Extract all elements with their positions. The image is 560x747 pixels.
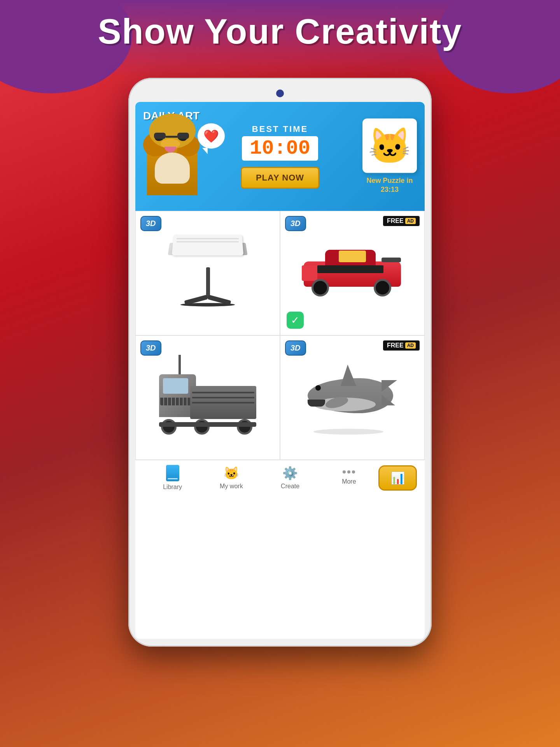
truck-wheel-1 bbox=[161, 419, 177, 435]
library-icon-line bbox=[168, 478, 178, 479]
grid-item-keyboard-stand[interactable]: 3D bbox=[135, 211, 280, 335]
tablet-screen: DAILY ART bbox=[135, 102, 425, 639]
shark-mouth bbox=[308, 400, 325, 407]
ad-text-4: AD bbox=[405, 342, 416, 349]
sheet-line-2 bbox=[177, 241, 239, 242]
hero-title: Show Your Creativity bbox=[0, 12, 560, 52]
free-ad-badge-2: FREE AD bbox=[383, 216, 420, 226]
badge-3d-3: 3D bbox=[140, 340, 161, 356]
shark-eye bbox=[315, 385, 321, 391]
tab-create[interactable]: ⚙️ Create bbox=[261, 466, 320, 490]
daily-art-banner: DAILY ART bbox=[135, 102, 425, 211]
heart-icon: ❤️ bbox=[203, 129, 219, 144]
truck-antenna bbox=[178, 355, 181, 376]
grid-item-race-car[interactable]: 3D FREE AD bbox=[280, 211, 425, 335]
tab-bar: Library 🐱 My work ⚙️ Create bbox=[135, 460, 425, 495]
best-time-label: BEST TIME bbox=[208, 124, 352, 134]
library-icon bbox=[166, 465, 179, 481]
tab-more[interactable]: More bbox=[320, 470, 378, 485]
my-work-icon: 🐱 bbox=[224, 466, 239, 480]
badge-3d-4: 3D bbox=[285, 340, 306, 356]
wheel-fl bbox=[312, 279, 329, 296]
truck-wheel-3 bbox=[237, 419, 252, 435]
stats-button[interactable]: 📊 bbox=[378, 465, 417, 491]
create-icon: ⚙️ bbox=[282, 466, 298, 480]
mascot-glasses-left bbox=[154, 133, 166, 139]
dot-2 bbox=[347, 470, 350, 473]
keyboard-stand-model bbox=[165, 230, 250, 316]
cargo-stripe-3 bbox=[192, 402, 254, 403]
more-dots-icon bbox=[343, 470, 355, 473]
shark-tail bbox=[382, 380, 401, 409]
check-badge: ✓ bbox=[287, 312, 304, 329]
stand-pole bbox=[206, 267, 210, 298]
tab-create-label: Create bbox=[281, 483, 299, 490]
badge-3d-2: 3D bbox=[285, 216, 306, 231]
tab-library[interactable]: Library bbox=[143, 465, 202, 491]
tablet-camera bbox=[276, 89, 284, 97]
best-time-value: 10:00 bbox=[242, 136, 318, 161]
ad-text-2: AD bbox=[405, 218, 416, 224]
truck-model bbox=[157, 355, 258, 440]
mascot-chest bbox=[155, 153, 190, 184]
free-ad-badge-4: FREE AD bbox=[383, 340, 420, 351]
truck-window bbox=[163, 378, 188, 394]
play-now-button[interactable]: PLAY NOW bbox=[241, 167, 319, 189]
shark-model bbox=[302, 359, 403, 437]
shark-dorsal-fin bbox=[341, 365, 356, 386]
tab-my-work[interactable]: 🐱 My work bbox=[202, 466, 261, 490]
tab-my-work-label: My work bbox=[220, 483, 243, 490]
grid-item-shark[interactable]: 3D FREE AD bbox=[280, 335, 425, 460]
tail-bottom bbox=[382, 395, 395, 405]
car-nose bbox=[302, 265, 317, 281]
car-spoiler bbox=[382, 258, 401, 262]
tablet-wrapper: DAILY ART bbox=[128, 78, 432, 647]
check-icon: ✓ bbox=[291, 314, 299, 326]
dot-1 bbox=[343, 470, 346, 473]
cargo-stripe-2 bbox=[192, 397, 254, 398]
tail-top bbox=[382, 380, 397, 392]
race-car-model bbox=[302, 234, 403, 312]
puzzle-card: 🐱 bbox=[362, 119, 417, 173]
badge-3d-1: 3D bbox=[140, 216, 161, 231]
best-time-area: BEST TIME 10:00 PLAY NOW bbox=[208, 124, 352, 189]
stats-icon: 📊 bbox=[390, 471, 405, 485]
sheet-line-1 bbox=[177, 238, 239, 239]
free-text-2: FREE bbox=[387, 217, 404, 224]
shark-shadow bbox=[313, 429, 383, 435]
mascot-glasses-right bbox=[177, 133, 189, 139]
model-grid: 3D bbox=[135, 211, 425, 460]
tab-more-label: More bbox=[342, 478, 356, 485]
new-puzzle-text: New Puzzle in23:13 bbox=[362, 176, 417, 195]
tablet: DAILY ART bbox=[128, 78, 432, 647]
wheel-rl bbox=[374, 279, 391, 296]
puzzle-preview: 🐱 New Puzzle in23:13 bbox=[362, 119, 417, 195]
speech-bubble: ❤️ bbox=[198, 123, 225, 149]
car-cargo bbox=[339, 251, 366, 262]
car-stripe bbox=[317, 265, 383, 273]
tab-library-label: Library bbox=[163, 484, 182, 491]
free-text-4: FREE bbox=[387, 342, 404, 349]
dot-3 bbox=[352, 470, 355, 473]
puzzle-cat-icon: 🐱 bbox=[368, 128, 411, 163]
cargo-stripe-1 bbox=[192, 392, 254, 393]
truck-wheel-2 bbox=[194, 419, 210, 435]
grid-item-truck[interactable]: 3D bbox=[135, 335, 280, 460]
mascot-glasses-bridge bbox=[166, 136, 177, 138]
truck-chassis bbox=[159, 422, 256, 427]
